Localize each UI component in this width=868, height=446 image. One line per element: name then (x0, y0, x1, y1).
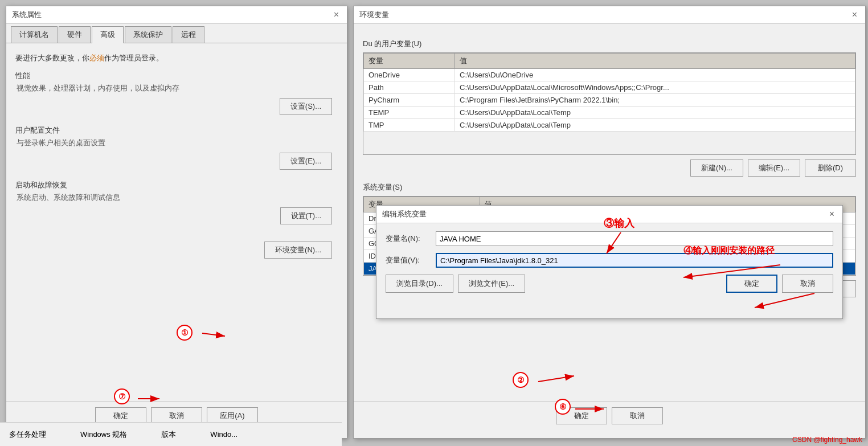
version-value: Windo... (210, 430, 238, 439)
system-properties-window: 系统属性 × 计算机名 硬件 高级 系统保护 远程 要进行大多数更改，你必须作为… (6, 6, 347, 439)
user-vars-buttons: 新建(N)... 编辑(E)... 删除(D) (363, 159, 856, 177)
user-vars-container: 变量 值 OneDriveC:\Users\Du\OneDrive PathC:… (363, 52, 856, 155)
table-row[interactable]: TEMPC:\Users\Du\AppData\Local\Temp (364, 107, 855, 119)
startup-desc: 系统启动、系统故障和调试信息 (15, 193, 338, 203)
table-row[interactable]: TMPC:\Users\Du\AppData\Local\Temp (364, 119, 855, 132)
table-row[interactable]: PyCharmC:\Program Files\JetBrains\PyChar… (364, 94, 855, 107)
table-row[interactable]: OneDriveC:\Users\Du\OneDrive (364, 69, 855, 81)
multitask-label: 多任务处理 (9, 429, 46, 440)
user-profile-section: 用户配置文件 与登录帐户相关的桌面设置 设置(E)... (15, 125, 338, 170)
var-name-input[interactable] (436, 231, 833, 246)
user-vars-col-val: 值 (455, 54, 855, 69)
user-vars-label: Du 的用户变量(U) (363, 39, 856, 49)
performance-section: 性能 视觉效果，处理器计划，内存使用，以及虚拟内存 设置(S)... (15, 71, 338, 115)
user-vars-delete-btn[interactable]: 删除(D) (805, 159, 856, 177)
user-vars-table: 变量 值 OneDriveC:\Users\Du\OneDrive PathC:… (363, 53, 855, 132)
step1-circle: ① (177, 325, 193, 341)
tab-advanced[interactable]: 高级 (92, 26, 124, 43)
startup-recovery-section: 启动和故障恢复 系统启动、系统故障和调试信息 设置(T)... (15, 180, 338, 224)
user-profile-settings-btn[interactable]: 设置(E)... (280, 153, 332, 170)
performance-settings-btn[interactable]: 设置(S)... (280, 98, 332, 115)
env-vars-title: 环境变量 (359, 10, 389, 20)
windows-spec-label: Windows 规格 (80, 429, 127, 440)
user-vars-col-var: 变量 (364, 54, 455, 69)
edit-dialog-ok-btn[interactable]: 确定 (726, 275, 777, 293)
env-vars-close-btn[interactable]: × (850, 10, 859, 20)
step2-circle: ② (513, 372, 529, 388)
tab-computer-name[interactable]: 计算机名 (11, 26, 58, 43)
sys-props-content: 要进行大多数更改，你必须作为管理员登录。 性能 视觉效果，处理器计划，内存使用，… (6, 43, 347, 268)
env-vars-titlebar: 环境变量 × (354, 6, 865, 24)
var-value-input[interactable] (436, 253, 833, 268)
env-vars-cancel-btn[interactable]: 取消 (612, 407, 663, 424)
table-row[interactable]: PathC:\Users\Du\AppData\Local\Microsoft\… (364, 81, 855, 94)
edit-sys-var-dialog: 编辑系统变量 × 变量名(N): 变量值(V): 浏览目录(D)... 浏览文件… (376, 205, 843, 319)
sys-props-tabs: 计算机名 硬件 高级 系统保护 远程 (6, 24, 347, 43)
user-profile-title: 用户配置文件 (15, 125, 338, 136)
var-name-label: 变量名(N): (386, 234, 431, 244)
tab-remote[interactable]: 远程 (173, 26, 204, 43)
user-profile-desc: 与登录帐户相关的桌面设置 (15, 138, 338, 148)
browse-file-btn[interactable]: 浏览文件(E)... (458, 275, 525, 293)
var-value-row: 变量值(V): (386, 253, 833, 268)
env-vars-btn[interactable]: 环境变量(N)... (264, 242, 332, 259)
sys-props-close-btn[interactable]: × (331, 10, 341, 20)
edit-dialog-cancel-btn[interactable]: 取消 (782, 275, 833, 293)
tab-system-protection[interactable]: 系统保护 (125, 26, 171, 43)
performance-desc: 视觉效果，处理器计划，内存使用，以及虚拟内存 (15, 83, 338, 93)
sys-vars-label: 系统变量(S) (363, 182, 856, 193)
browse-dir-btn[interactable]: 浏览目录(D)... (386, 275, 453, 293)
edit-dialog-close-btn[interactable]: × (827, 209, 837, 219)
var-name-row: 变量名(N): (386, 231, 833, 246)
edit-dialog-content: 变量名(N): 变量值(V): 浏览目录(D)... 浏览文件(E)... 确定… (376, 223, 842, 301)
edit-dialog-buttons: 浏览目录(D)... 浏览文件(E)... 确定 取消 (386, 275, 833, 293)
tab-hardware[interactable]: 硬件 (59, 26, 91, 43)
step7-circle: ⑦ (114, 388, 130, 404)
startup-settings-btn[interactable]: 设置(T)... (280, 207, 332, 224)
edit-dialog-title: 编辑系统变量 (382, 209, 427, 219)
watermark: CSDN @fighting_hawk (792, 436, 862, 444)
user-vars-edit-btn[interactable]: 编辑(E)... (748, 159, 800, 177)
bottom-bar: 多任务处理 Windows 规格 版本 Windo... (0, 422, 342, 446)
env-vars-bottom-buttons: 确定 取消 (354, 401, 865, 430)
highlight-text: 必须 (89, 54, 104, 62)
edit-dialog-titlebar: 编辑系统变量 × (376, 206, 842, 223)
startup-title: 启动和故障恢复 (15, 180, 338, 190)
var-value-label: 变量值(V): (386, 255, 431, 265)
performance-title: 性能 (15, 71, 338, 81)
step6-circle: ⑥ (555, 399, 571, 415)
sys-props-info: 要进行大多数更改，你必须作为管理员登录。 (15, 52, 338, 64)
sys-props-title: 系统属性 (12, 10, 42, 20)
version-label: 版本 (161, 429, 176, 440)
sys-props-titlebar: 系统属性 × (6, 6, 347, 24)
user-vars-new-btn[interactable]: 新建(N)... (690, 159, 743, 177)
